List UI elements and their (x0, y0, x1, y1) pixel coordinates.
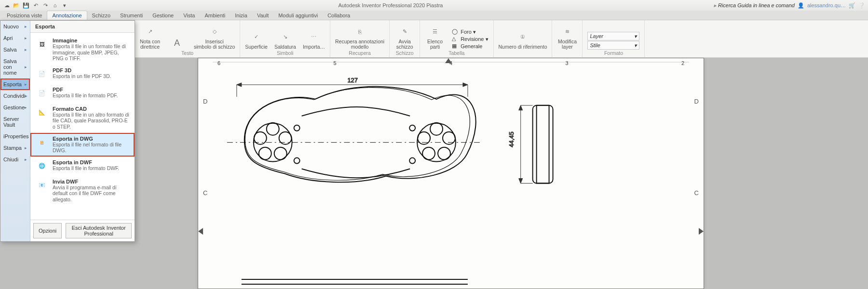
edit-layer-button[interactable]: ≋Modificalayer (557, 25, 577, 50)
parts-list-button[interactable]: ☰Elencoparti (425, 25, 445, 50)
group-label: Formato (604, 50, 623, 56)
export-cad[interactable]: 📐Formato CADEsporta il file in un altro … (30, 103, 135, 133)
style-combo[interactable]: Stile▾ (587, 41, 639, 50)
menu-chiudi[interactable]: Chiudi▸ (0, 154, 30, 165)
exit-button[interactable]: Esci Autodesk Inventor Professional (66, 223, 132, 238)
redo-icon[interactable]: ↷ (41, 1, 49, 9)
tab-schizzo[interactable]: Schizzo (87, 11, 116, 20)
dwf-icon: 🌐 (35, 159, 49, 173)
quick-access-toolbar: ☁ 📂 💾 ↶ ↷ ⌂ ▾ (3, 1, 68, 9)
start-sketch-button[interactable]: ✎Avviaschizzo (394, 25, 415, 50)
dim-height: 44,45 (508, 131, 515, 147)
pdf-icon: 📄 (35, 87, 49, 100)
group-label: Tabella (448, 50, 464, 56)
parts-icon: ☰ (428, 25, 442, 39)
menu-esporta[interactable]: Esporta▸ (0, 79, 30, 90)
drawing-sheet: 6 5 4 3 2 D C D C (198, 58, 704, 289)
export-pdf3d[interactable]: 📄PDF 3DEsporta in un file PDF 3D. (30, 65, 135, 84)
window-title: Autodesk Inventor Professional 2020 Pias… (68, 2, 713, 8)
save-icon[interactable]: 💾 (22, 1, 30, 9)
tab-moduli[interactable]: Moduli aggiuntivi (273, 11, 323, 20)
export-dwg[interactable]: 🗎Esporta in DWGEsporta il file nel forma… (30, 133, 135, 157)
menu-stampa[interactable]: Stampa▸ (0, 142, 30, 154)
tab-annotazione[interactable]: Annotazione (47, 11, 87, 20)
ribbon-group-simboli: ✓Superficie ↘Saldatura ⋯Importa… Simboli (240, 20, 330, 57)
revision-table-button[interactable]: △Revisione ▾ (452, 36, 488, 42)
undo-icon[interactable]: ↶ (32, 1, 40, 9)
menu-nuovo[interactable]: Nuovo▸ (0, 21, 30, 32)
open-icon[interactable]: 📂 (13, 1, 20, 9)
home-icon[interactable]: ⌂ (51, 1, 59, 9)
ribbon-group-tabella: ☰Elencoparti ◯Foro ▾ △Revisione ▾ ▦Gener… (420, 20, 493, 57)
options-button[interactable]: Opzioni (33, 223, 62, 238)
hole-icon: ◯ (452, 28, 459, 35)
menu-server-vault[interactable]: Server Vault (0, 113, 30, 131)
surface-icon: ✓ (250, 30, 263, 44)
appmenu-header: Esporta (30, 21, 135, 33)
group-label: Recupera (349, 50, 371, 56)
tab-vault[interactable]: Vault (252, 11, 273, 20)
tab-ambienti[interactable]: Ambienti (200, 11, 230, 20)
svg-marker-25 (463, 83, 468, 87)
tab-gestione[interactable]: Gestione (148, 11, 178, 20)
ribbon-group-testo: ↗Nota condirettrice A ◇Inseriscisimbolo … (135, 20, 240, 57)
note-button[interactable]: ↗Nota condirettrice (140, 25, 160, 50)
svg-marker-30 (519, 179, 523, 184)
tab-posizionaviste[interactable]: Posiziona viste (2, 11, 47, 20)
dim-width: 127 (347, 77, 358, 84)
general-table-button[interactable]: ▦Generale (452, 43, 488, 50)
weld-button[interactable]: ↘Saldatura (274, 30, 296, 50)
user-name[interactable]: alessandro.qu… (807, 2, 846, 8)
tab-inizia[interactable]: Inizia (230, 11, 252, 20)
svg-point-11 (294, 158, 300, 164)
user-icon[interactable]: 👤 (798, 2, 804, 9)
chevron-down-icon: ▾ (634, 33, 637, 39)
svg-point-13 (430, 123, 443, 135)
layer-combo[interactable]: Layer▾ (587, 32, 639, 40)
tab-vista[interactable]: Vista (178, 11, 200, 20)
recover-button[interactable]: ⎘Recupera annotazionimodello (335, 25, 384, 50)
ribbon-group-formato: Layer▾ Stile▾ Formato (583, 20, 645, 57)
svg-point-8 (259, 147, 271, 160)
help-search[interactable]: ▸ Ricerca Guida in linea e comand (713, 2, 795, 9)
menu-salva-con-nome[interactable]: Salva con nome▸ (0, 55, 30, 79)
symbol-icon: ◇ (208, 25, 221, 39)
menu-salva[interactable]: Salva▸ (0, 44, 30, 55)
more-icon[interactable]: ▾ (61, 1, 68, 9)
svg-point-16 (422, 147, 435, 160)
menu-apri[interactable]: Apri▸ (0, 32, 30, 44)
general-icon: ▦ (452, 43, 459, 50)
chevron-down-icon: ▾ (634, 42, 637, 49)
group-label (522, 50, 524, 56)
group-label (567, 50, 568, 56)
surface-button[interactable]: ✓Superficie (245, 30, 268, 50)
image-icon: 🖼 (35, 38, 49, 51)
svg-point-10 (294, 125, 300, 131)
help-icon[interactable]: ❔ (858, 2, 865, 9)
menu-condividi[interactable]: Condividi▸ (0, 90, 30, 102)
balloon-icon: ① (516, 30, 529, 44)
note-icon: ↗ (143, 25, 157, 39)
ribbon-tabs: Posiziona viste Annotazione Schizzo Stru… (0, 11, 868, 20)
svg-marker-1 (445, 58, 452, 63)
tab-strumenti[interactable]: Strumenti (115, 11, 148, 20)
cart-icon[interactable]: 🛒 (849, 2, 855, 9)
export-pdf[interactable]: 📄PDFEsporta il file in formato PDF. (30, 84, 135, 103)
insert-symbol-button[interactable]: ◇Inseriscisimbolo di schizzo (194, 25, 235, 50)
import-button[interactable]: ⋯Importa… (303, 30, 325, 50)
menu-gestione[interactable]: Gestione▸ (0, 102, 30, 113)
svg-rect-22 (537, 105, 549, 184)
export-image[interactable]: 🖼ImmagineEsporta il file in un formato f… (30, 35, 135, 65)
ribbon-group-schizzo: ✎Avviaschizzo Schizzo (390, 20, 420, 57)
hole-table-button[interactable]: ◯Foro ▾ (452, 28, 488, 35)
export-send-dwf[interactable]: 📧Invia DWFAvvia il programma e-mail di d… (30, 176, 135, 206)
drawing-svg: 127 44,45 (198, 58, 704, 289)
balloon-button[interactable]: ①Numero di riferimento (499, 30, 547, 50)
ribbon-group-layer: ≋Modificalayer (552, 20, 583, 57)
export-dwf[interactable]: 🌐Esporta in DWFEsporta il file in format… (30, 157, 135, 176)
cloud-icon[interactable]: ☁ (3, 1, 11, 9)
text-button[interactable]: A (167, 36, 187, 50)
svg-marker-24 (237, 83, 242, 87)
menu-iproperties[interactable]: iProperties (0, 131, 30, 142)
tab-collabora[interactable]: Collabora (323, 11, 355, 20)
